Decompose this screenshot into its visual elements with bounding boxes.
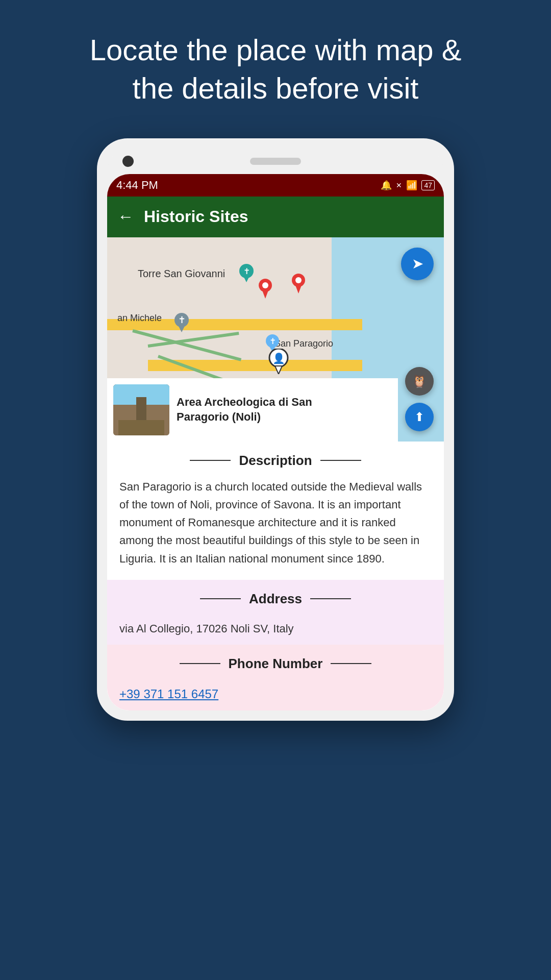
owl-fab[interactable]: 🦉 — [405, 367, 434, 396]
content-area: Description San Paragorio is a church lo… — [107, 442, 444, 710]
address-value: via Al Collegio, 17026 Noli SV, Italy — [107, 616, 444, 645]
phone-screen: 4:44 PM 🔔 ✕ 📶 47 ← Historic Sites — [107, 174, 444, 710]
share-icon: ⬆ — [414, 410, 424, 424]
app-bar-title: Historic Sites — [144, 207, 248, 226]
map-pin-san-michele: ✝ — [173, 313, 190, 334]
svg-point-4 — [262, 282, 268, 288]
map-pin-person: 👤 — [268, 349, 289, 376]
phone-divider-right — [331, 663, 371, 664]
church-tower — [136, 397, 146, 420]
svg-text:✝: ✝ — [178, 315, 186, 325]
earpiece-speaker — [250, 158, 301, 165]
description-section: Description San Paragorio is a church lo… — [107, 442, 444, 580]
church-illustration — [113, 384, 169, 435]
map-label-torre: Torre San Giovanni — [138, 268, 225, 280]
wifi-icon: 📶 — [406, 180, 417, 191]
location-card-name: Area Archeologica di San Paragorio (Noli… — [177, 395, 312, 424]
map-pin-red-2 — [291, 273, 306, 296]
app-bar: ← Historic Sites — [107, 197, 444, 237]
page-title: Locate the place with map & the details … — [0, 0, 551, 128]
map-pin-torre: ✝ — [239, 264, 254, 284]
svg-text:👤: 👤 — [272, 352, 285, 364]
phone-header: Phone Number — [107, 645, 444, 681]
status-bar: 4:44 PM 🔔 ✕ 📶 47 — [107, 174, 444, 197]
phone-section: Phone Number +39 371 151 6457 — [107, 645, 444, 710]
description-text: San Paragorio is a church located outsid… — [107, 478, 444, 580]
status-icons: 🔔 ✕ 📶 47 — [381, 180, 435, 191]
svg-point-7 — [295, 277, 302, 283]
battery-icon: 47 — [421, 180, 435, 190]
address-divider-right — [310, 598, 351, 599]
phone-title: Phone Number — [229, 656, 323, 672]
back-button[interactable]: ← — [117, 207, 134, 226]
navigate-fab[interactable]: ➤ — [401, 248, 434, 280]
phone-top-bar — [107, 149, 444, 174]
page-background: Locate the place with map & the details … — [0, 0, 551, 980]
location-thumbnail — [113, 384, 169, 435]
location-card: Area Archeologica di San Paragorio (Noli… — [107, 378, 398, 442]
phone-divider-left — [180, 663, 220, 664]
map-label-san-paragorio: San Paragorio — [274, 338, 333, 349]
phone-frame-wrapper: 4:44 PM 🔔 ✕ 📶 47 ← Historic Sites — [0, 128, 551, 721]
phone-number-link[interactable]: +39 371 151 6457 — [107, 681, 444, 710]
map-label-san-michele: an Michele — [117, 313, 162, 324]
address-header: Address — [107, 580, 444, 616]
svg-marker-8 — [295, 285, 302, 293]
svg-text:✝: ✝ — [269, 337, 276, 346]
svg-marker-11 — [179, 326, 185, 332]
description-title: Description — [239, 453, 312, 469]
church-body — [118, 420, 164, 435]
address-divider-left — [200, 598, 241, 599]
svg-marker-17 — [275, 366, 282, 374]
notification-icon: 🔔 — [381, 180, 392, 191]
description-header: Description — [107, 442, 444, 478]
svg-text:✝: ✝ — [243, 267, 250, 276]
front-camera — [122, 156, 134, 167]
share-fab[interactable]: ⬆ — [405, 403, 434, 431]
map-view[interactable]: Torre San Giovanni ✝ — [107, 237, 444, 442]
address-section: Address via Al Collegio, 17026 Noli SV, … — [107, 580, 444, 645]
sim-icon: ✕ — [396, 181, 402, 189]
status-time: 4:44 PM — [116, 179, 158, 192]
address-title: Address — [249, 591, 302, 607]
phone-frame: 4:44 PM 🔔 ✕ 📶 47 ← Historic Sites — [97, 138, 454, 721]
owl-icon: 🦉 — [412, 374, 427, 388]
description-divider-left — [190, 460, 231, 461]
navigate-icon: ➤ — [412, 255, 423, 272]
map-pin-red-1 — [258, 278, 273, 301]
svg-marker-5 — [262, 290, 268, 299]
svg-marker-2 — [244, 277, 249, 282]
description-divider-right — [320, 460, 361, 461]
